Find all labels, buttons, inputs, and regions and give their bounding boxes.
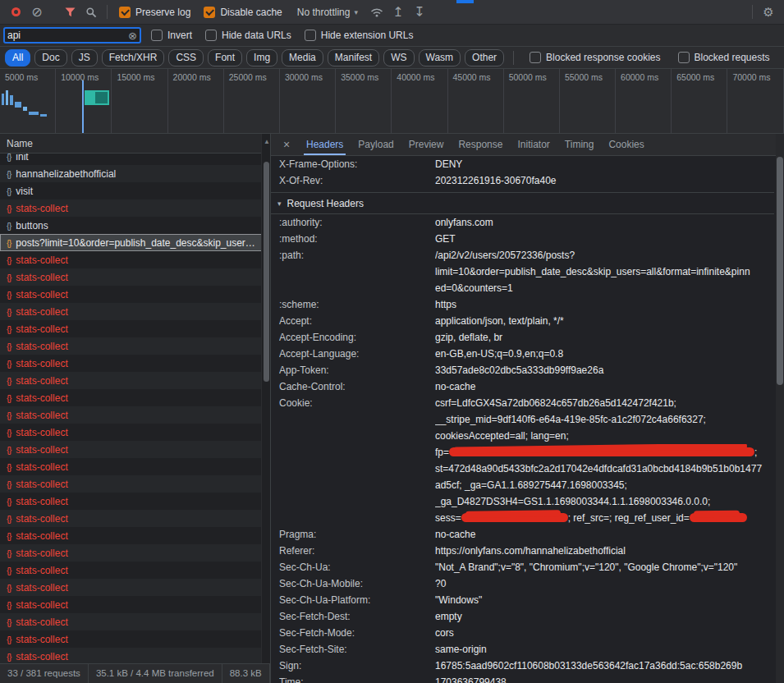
type-filter-pill[interactable]: Font bbox=[208, 49, 242, 66]
cookie-line: ad5cf; _ga=GA1.1.689275447.1698003345; bbox=[435, 477, 774, 493]
network-overview-timeline[interactable]: 5000 ms 10000 ms 15000 ms 20000 ms 25000… bbox=[0, 69, 784, 134]
header-value: "Not_A Brand";v="8", "Chromium";v="120",… bbox=[435, 559, 774, 575]
request-row[interactable]: {} buttons bbox=[0, 217, 270, 234]
request-row[interactable]: {} stats-collect bbox=[0, 303, 270, 320]
hide-data-urls-checkbox[interactable]: Hide data URLs bbox=[205, 30, 291, 41]
request-row[interactable]: {} stats-collect bbox=[0, 493, 270, 510]
triangle-down-icon: ▾ bbox=[277, 199, 282, 208]
request-row[interactable]: {} stats-collect bbox=[0, 199, 270, 217]
detail-tab[interactable]: Response bbox=[451, 134, 510, 155]
type-filter-pill[interactable]: Fetch/XHR bbox=[102, 49, 165, 66]
request-row[interactable]: {} stats-collect bbox=[0, 458, 270, 475]
network-conditions-button[interactable] bbox=[366, 2, 387, 22]
request-row[interactable]: {} stats-collect bbox=[0, 268, 270, 286]
settings-button[interactable]: ⚙ bbox=[758, 2, 779, 22]
clear-button[interactable]: ⊘ bbox=[26, 2, 48, 22]
scrollbar-thumb[interactable] bbox=[264, 162, 269, 382]
import-har-button[interactable]: ↥ bbox=[387, 2, 409, 22]
request-row[interactable]: {} hannahelizabethofficial bbox=[0, 165, 270, 182]
type-filter-pill[interactable]: CSS bbox=[168, 49, 204, 66]
request-row[interactable]: {} stats-collect bbox=[0, 544, 270, 562]
request-row[interactable]: {} stats-collect bbox=[0, 251, 270, 268]
request-row[interactable]: {} visit bbox=[0, 182, 270, 199]
export-har-button[interactable]: ↧ bbox=[409, 2, 430, 22]
type-filter-pill[interactable]: Other bbox=[465, 49, 504, 66]
scrollbar-thumb[interactable] bbox=[777, 157, 783, 385]
tab-strip: Headers Payload Preview Response Initiat… bbox=[299, 134, 652, 155]
detail-tabs: × Headers Payload Preview Response Initi… bbox=[271, 134, 784, 156]
request-row[interactable]: {} stats-collect bbox=[0, 527, 270, 544]
headers-detail-content: X-Frame-Options: DENY X-Of-Rev: 20231226… bbox=[271, 156, 784, 683]
request-row[interactable]: {} stats-collect bbox=[0, 630, 270, 648]
type-filter-pill[interactable]: JS bbox=[71, 49, 98, 66]
request-row[interactable]: {} stats-collect bbox=[0, 320, 270, 337]
header-row: Accept-Language: en-GB,en-US;q=0.9,en;q=… bbox=[271, 346, 774, 362]
detail-tab[interactable]: Initiator bbox=[510, 134, 557, 155]
resources-size: 88.3 kB bbox=[222, 664, 270, 683]
request-row[interactable]: {} stats-collect bbox=[0, 510, 270, 527]
request-row[interactable]: {} stats-collect bbox=[0, 372, 270, 389]
request-row[interactable]: {} stats-collect bbox=[0, 406, 270, 424]
request-name: stats-collect bbox=[16, 358, 67, 369]
preserve-log-checkbox[interactable]: Preserve log bbox=[119, 7, 190, 18]
request-row[interactable]: {} stats-collect bbox=[0, 424, 270, 441]
header-row: Sec-Fetch-Site: same-origin bbox=[271, 641, 774, 658]
blocked-response-cookies-checkbox[interactable]: Blocked response cookies bbox=[530, 52, 660, 63]
request-row[interactable]: {} stats-collect bbox=[0, 613, 270, 630]
hide-extension-urls-label: Hide extension URLs bbox=[321, 30, 414, 41]
request-row[interactable]: {} init bbox=[0, 154, 270, 165]
hide-extension-urls-checkbox[interactable]: Hide extension URLs bbox=[305, 30, 414, 41]
request-row[interactable]: {} stats-collect bbox=[0, 579, 270, 596]
request-row[interactable]: {} stats-collect bbox=[0, 441, 270, 458]
type-filter-pill[interactable]: Doc bbox=[34, 49, 66, 66]
close-icon[interactable]: × bbox=[279, 138, 294, 151]
request-name: init bbox=[16, 154, 28, 163]
scroll-up-icon[interactable]: ▲ bbox=[264, 138, 270, 145]
type-filter-pill[interactable]: Img bbox=[246, 49, 277, 66]
request-row[interactable]: {} stats-collect bbox=[0, 562, 270, 579]
detail-tab[interactable]: Payload bbox=[351, 134, 401, 155]
request-row[interactable]: {} posts?limit=10&order=publish_date_des… bbox=[0, 234, 270, 251]
search-button[interactable] bbox=[80, 2, 102, 22]
type-filter-pill[interactable]: Media bbox=[282, 49, 323, 66]
header-value: 16785:5aad9602cf110608b03133de563642fac1… bbox=[435, 658, 774, 674]
request-row[interactable]: {} stats-collect bbox=[0, 355, 270, 372]
blocked-requests-label: Blocked requests bbox=[695, 52, 770, 63]
request-row[interactable]: {} stats-collect bbox=[0, 337, 270, 355]
disable-cache-checkbox[interactable]: Disable cache bbox=[204, 7, 282, 18]
checkbox-unchecked-icon bbox=[678, 52, 690, 63]
detail-tab[interactable]: Cookies bbox=[601, 134, 651, 155]
filter-toggle-button[interactable] bbox=[59, 2, 80, 22]
detail-scrollbar[interactable] bbox=[776, 134, 784, 683]
invert-checkbox[interactable]: Invert bbox=[151, 30, 192, 41]
type-filter-pill[interactable]: Manifest bbox=[328, 49, 379, 66]
record-button[interactable] bbox=[5, 2, 26, 22]
header-row: Sec-Fetch-Mode: cors bbox=[271, 625, 774, 641]
request-headers-section-header[interactable]: ▾ Request Headers bbox=[271, 193, 774, 214]
request-name: stats-collect bbox=[16, 375, 67, 387]
detail-tab[interactable]: Timing bbox=[557, 134, 602, 155]
filter-input[interactable] bbox=[7, 30, 128, 41]
name-column-header[interactable]: Name bbox=[0, 134, 270, 154]
type-filter-pill[interactable]: Wasm bbox=[419, 49, 461, 66]
request-row[interactable]: {} stats-collect bbox=[0, 648, 270, 665]
request-row[interactable]: {} stats-collect bbox=[0, 286, 270, 303]
request-row[interactable]: {} stats-collect bbox=[0, 596, 270, 613]
clear-input-icon[interactable]: ⊗ bbox=[128, 30, 137, 41]
request-name: stats-collect bbox=[16, 599, 67, 611]
request-name: stats-collect bbox=[16, 254, 67, 266]
request-list-scrollbar[interactable]: ▲ bbox=[261, 134, 270, 663]
header-value: "Windows" bbox=[435, 592, 774, 608]
timeline-tick-label: 60000 ms bbox=[616, 69, 672, 133]
braces-icon: {} bbox=[7, 514, 11, 524]
detail-tab[interactable]: Headers bbox=[299, 134, 351, 155]
request-row[interactable]: {} stats-collect bbox=[0, 475, 270, 493]
blocked-requests-checkbox[interactable]: Blocked requests bbox=[678, 52, 770, 63]
detail-tab[interactable]: Preview bbox=[401, 134, 452, 155]
activity-bar bbox=[23, 107, 27, 111]
header-name: Sec-Ch-Ua-Platform: bbox=[279, 592, 435, 608]
type-filter-pill[interactable]: All bbox=[5, 49, 30, 66]
throttling-dropdown[interactable]: No throttling ▾ bbox=[297, 7, 358, 18]
request-row[interactable]: {} stats-collect bbox=[0, 389, 270, 406]
type-filter-pill[interactable]: WS bbox=[383, 49, 414, 66]
